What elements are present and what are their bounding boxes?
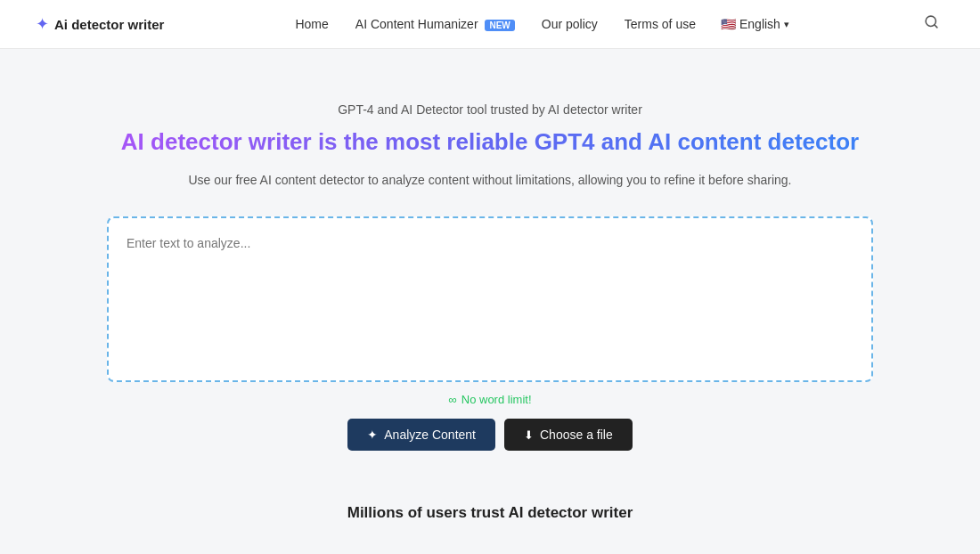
- header: ✦ Ai detector writer Home AI Content Hum…: [0, 0, 980, 49]
- logo-icon: ✦: [36, 14, 49, 34]
- nav-home[interactable]: Home: [284, 12, 339, 37]
- nav-our-policy[interactable]: Our policy: [531, 12, 608, 37]
- analyze-label: Analyze Content: [384, 428, 476, 442]
- svg-line-1: [935, 25, 937, 28]
- choose-file-button[interactable]: ⬇ Choose a file: [504, 419, 633, 451]
- language-selector[interactable]: 🇺🇸 English ▾: [712, 12, 798, 37]
- analyze-content-button[interactable]: ✦ Analyze Content: [347, 419, 495, 451]
- page-subtitle: GPT-4 and AI Detector tool trusted by AI…: [107, 102, 873, 117]
- chevron-down-icon: ▾: [784, 19, 789, 30]
- download-icon: ⬇: [524, 428, 534, 442]
- page-headline: AI detector writer is the most reliable …: [107, 127, 873, 158]
- no-limit-text: No word limit!: [461, 393, 532, 406]
- flag-icon: 🇺🇸: [721, 17, 736, 31]
- trust-section: Millions of users trust AI detector writ…: [107, 504, 873, 554]
- analyze-icon: ✦: [367, 428, 378, 442]
- text-input-wrapper: [107, 216, 873, 382]
- language-label: English: [739, 17, 780, 31]
- infinity-icon: ∞: [448, 393, 456, 406]
- main-nav: Home AI Content Humanizer NEW Our policy…: [284, 12, 797, 37]
- page-description: Use our free AI content detector to anal…: [107, 170, 873, 190]
- logo[interactable]: ✦ Ai detector writer: [36, 14, 164, 34]
- search-icon: [924, 15, 939, 33]
- nav-terms-of-use[interactable]: Terms of use: [614, 12, 706, 37]
- analyze-textarea[interactable]: [112, 222, 868, 373]
- nav-ai-content-humanizer[interactable]: AI Content Humanizer NEW: [345, 12, 526, 37]
- action-buttons: ✦ Analyze Content ⬇ Choose a file: [107, 419, 873, 451]
- no-limit-label: ∞ No word limit!: [107, 393, 873, 406]
- logo-text: Ai detector writer: [54, 17, 164, 32]
- search-button[interactable]: [919, 9, 944, 39]
- main-content: GPT-4 and AI Detector tool trusted by AI…: [89, 49, 891, 554]
- trust-title: Millions of users trust AI detector writ…: [107, 504, 873, 522]
- file-label: Choose a file: [540, 428, 613, 442]
- new-badge: NEW: [485, 20, 514, 31]
